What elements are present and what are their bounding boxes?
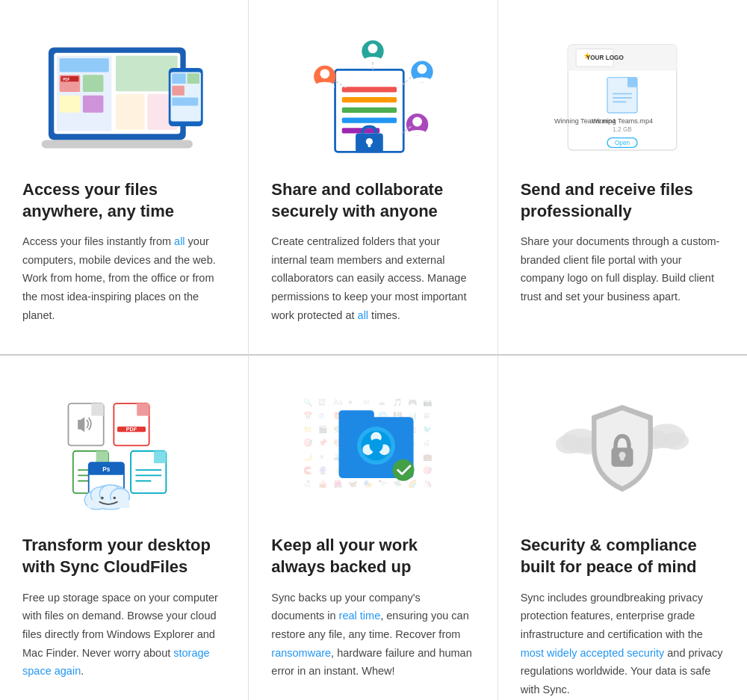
svg-rect-4: [116, 94, 145, 130]
security-title: Security & compliance built for peace of…: [521, 535, 725, 577]
svg-rect-17: [187, 73, 200, 84]
svg-rect-13: [42, 140, 193, 148]
highlight-ransomware: ransomware: [271, 647, 331, 659]
svg-text:Aa: Aa: [334, 398, 344, 406]
svg-text:🌈: 🌈: [409, 479, 418, 489]
svg-rect-6: [60, 58, 109, 72]
transform-desktop-cell: PDF: [0, 356, 249, 700]
svg-text:Winning Teams.mp4: Winning Teams.mp4: [592, 117, 653, 124]
send-receive-image: YOUR LOGO Winning Teams.mp4 Winning Team…: [521, 22, 725, 172]
svg-text:🎮: 🎮: [409, 397, 418, 407]
svg-rect-9: [60, 96, 81, 113]
access-files-image: PDF: [22, 22, 226, 172]
keep-work-image: 🔍 🖼 Aa ♥ ✉ ☁ 🎵 🎮 📷 📅 ⚙ 🎁 🔒 📄 🌐 💾: [271, 378, 474, 527]
highlight-all-times: all: [358, 309, 369, 321]
svg-rect-28: [368, 142, 371, 147]
svg-text:1.2 GB: 1.2 GB: [613, 126, 633, 133]
share-collab-desc: Create centralized folders that your int…: [271, 232, 474, 324]
access-files-cell: PDF Access your files anywhere, any time…: [0, 0, 249, 356]
transform-desktop-desc: Free up storage space on your computer w…: [22, 589, 226, 681]
svg-point-36: [413, 117, 423, 127]
svg-text:♥: ♥: [349, 398, 353, 406]
svg-text:💼: 💼: [424, 452, 433, 462]
svg-point-90: [114, 497, 117, 500]
svg-rect-171: [621, 456, 624, 461]
svg-rect-60: [137, 403, 149, 415]
svg-text:🖼: 🖼: [319, 398, 326, 406]
svg-rect-16: [172, 73, 185, 84]
svg-rect-21: [342, 87, 397, 92]
highlight-storage: storage space again: [22, 647, 210, 678]
svg-text:📁: 📁: [304, 425, 314, 435]
svg-text:📌: 📌: [319, 439, 329, 448]
security-cell: Security & compliance built for peace of…: [498, 356, 747, 700]
share-collab-title: Share and collaborate securely with anyo…: [271, 179, 474, 222]
svg-rect-23: [342, 108, 397, 113]
send-receive-title: Send and receive files professionally: [521, 179, 725, 222]
keep-work-cell: 🔍 🖼 Aa ♥ ✉ ☁ 🎵 🎮 📷 📅 ⚙ 🎁 🔒 📄 🌐 💾: [249, 356, 498, 700]
svg-point-161: [370, 439, 383, 453]
svg-text:YOUR LOGO: YOUR LOGO: [586, 55, 624, 61]
transform-desktop-image: PDF: [22, 378, 226, 527]
svg-text:☁: ☁: [379, 398, 386, 406]
svg-text:🎯: 🎯: [424, 465, 433, 475]
svg-text:🎪: 🎪: [319, 479, 329, 489]
svg-text:🔭: 🔭: [379, 479, 388, 489]
highlight-all: all: [174, 235, 185, 247]
svg-text:🖥: 🖥: [424, 412, 431, 420]
highlight-realtime: real time: [339, 610, 381, 622]
svg-text:🔮: 🔮: [319, 465, 329, 475]
svg-text:🎯: 🎯: [304, 439, 314, 448]
svg-text:🧲: 🧲: [304, 465, 314, 475]
highlight-security: most widely accepted security: [521, 647, 665, 659]
svg-text:🎬: 🎬: [319, 425, 329, 435]
svg-text:⚙: ⚙: [319, 412, 326, 420]
share-collab-image: [271, 22, 474, 172]
svg-point-32: [320, 69, 330, 78]
svg-text:🦄: 🦄: [424, 479, 433, 489]
svg-text:PDF: PDF: [63, 78, 69, 81]
keep-work-title: Keep all your work always backed up: [271, 535, 474, 577]
svg-text:Ps: Ps: [103, 466, 111, 473]
svg-rect-18: [172, 86, 185, 96]
svg-text:🔍: 🔍: [304, 397, 314, 407]
svg-point-168: [662, 433, 689, 450]
svg-point-162: [393, 459, 415, 481]
svg-rect-24: [342, 118, 397, 123]
send-receive-cell: YOUR LOGO Winning Teams.mp4 Winning Team…: [498, 0, 747, 356]
svg-rect-22: [342, 97, 397, 102]
svg-rect-155: [339, 411, 374, 423]
svg-rect-8: [83, 75, 104, 92]
svg-text:📷: 📷: [424, 397, 433, 407]
svg-text:🎭: 🎭: [364, 479, 374, 489]
svg-text:🏖: 🏖: [304, 480, 311, 488]
transform-desktop-title: Transform your desktop with Sync CloudFi…: [22, 535, 226, 577]
svg-rect-65: [92, 403, 104, 415]
svg-rect-69: [96, 451, 108, 463]
svg-point-34: [418, 64, 427, 74]
svg-text:✉: ✉: [364, 398, 370, 406]
svg-point-30: [368, 44, 378, 54]
svg-rect-49: [628, 77, 638, 87]
keep-work-desc: Sync backs up your company's documents i…: [271, 589, 474, 681]
svg-text:📅: 📅: [304, 411, 314, 421]
svg-text:🌺: 🌺: [334, 479, 344, 489]
svg-text:🎵: 🎵: [394, 397, 403, 407]
security-image: [521, 378, 725, 527]
svg-text:Open: Open: [615, 139, 630, 146]
svg-text:🌙: 🌙: [304, 452, 314, 462]
svg-rect-3: [116, 55, 178, 91]
svg-text:🦋: 🦋: [349, 479, 359, 489]
share-collab-cell: Share and collaborate securely with anyo…: [249, 0, 498, 356]
access-files-title: Access your files anywhere, any time: [22, 179, 226, 222]
svg-point-89: [101, 497, 104, 500]
send-receive-desc: Share your documents through a custom-br…: [521, 232, 725, 306]
svg-text:🐦: 🐦: [424, 425, 433, 435]
svg-text:☀: ☀: [319, 453, 326, 461]
svg-rect-10: [83, 96, 104, 113]
svg-text:PDF: PDF: [126, 427, 137, 433]
svg-rect-75: [154, 451, 166, 463]
svg-rect-19: [172, 97, 198, 105]
security-desc: Sync includes groundbreaking privacy pro…: [521, 589, 725, 699]
access-files-desc: Access your files instantly from all you…: [22, 232, 226, 324]
